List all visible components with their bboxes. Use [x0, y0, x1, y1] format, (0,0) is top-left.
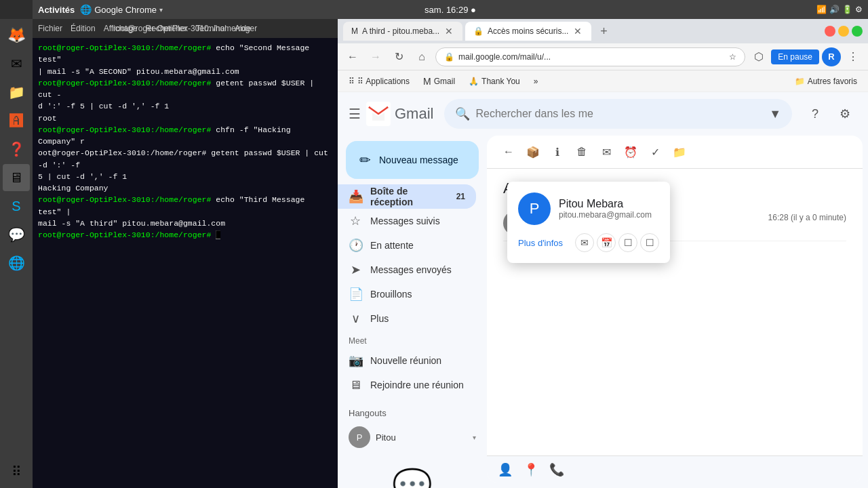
hangouts-title: Hangouts [349, 408, 476, 418]
new-tab-button[interactable]: + [594, 22, 613, 41]
chrome-tab-1[interactable]: M A third - pitou.meba... ✕ [343, 22, 462, 41]
gmail-main-toolbar: ← 📦 ℹ 🗑 ✉ ⏰ ✓ 📁 [487, 136, 863, 169]
contact-popup-avatar: P [518, 192, 551, 225]
gmail-hamburger[interactable]: ☰ [349, 106, 361, 122]
inbox-icon: 📥 [349, 189, 362, 204]
delete-btn[interactable]: 🗑 [571, 141, 593, 163]
report-btn[interactable]: ℹ [547, 141, 568, 163]
gmail-container: ☰ Gmail 🔍 ▼ ? [338, 92, 868, 488]
terminal-title: root@roger-OptiPlex-3010: /home/roger [113, 24, 257, 33]
chrome-tab-2[interactable]: 🔒 Accès moins sécuris... ✕ [465, 22, 591, 41]
taskbar-help[interactable]: ❓ [3, 136, 30, 163]
bookmark-apps[interactable]: ⠿ ⠿ Applications [343, 74, 415, 89]
sidebar-item-drafts[interactable]: 📄 Brouillons [338, 282, 476, 306]
back-button[interactable]: ← [343, 47, 362, 66]
gmail-bookmark-label: Gmail [434, 77, 455, 86]
drafts-icon: 📄 [349, 287, 362, 302]
activities-button[interactable]: Activités [38, 5, 75, 15]
tab1-close[interactable]: ✕ [443, 26, 454, 37]
gmail-logo-text: Gmail [395, 105, 433, 123]
menu-edition[interactable]: Édition [71, 24, 96, 33]
snoozed-label: En attente [370, 240, 465, 251]
terminal-line-6: root@roger-OptiPlex-3010:/home/roger# ch… [38, 124, 332, 148]
new-meeting-item[interactable]: 📷 Nouvelle réunion [338, 348, 476, 373]
address-lock-icon: 🔒 [444, 52, 454, 62]
taskbar-chrome[interactable]: 🌐 [3, 249, 30, 277]
taskbar-email[interactable]: ✉ [3, 50, 30, 77]
contact-more-btn[interactable]: ☐ [640, 233, 659, 252]
topbar-power-icon[interactable]: 🔋 [842, 5, 852, 14]
sidebar-item-inbox[interactable]: 📥 Boîte de réception 21 [338, 184, 476, 209]
settings-button[interactable]: ⚙ [833, 102, 857, 126]
gmail-search-bar[interactable]: 🔍 ▼ [444, 99, 792, 129]
gmail-header: ☰ Gmail 🔍 ▼ ? [338, 92, 868, 136]
tab2-close[interactable]: ✕ [572, 26, 583, 37]
bookmark-thankyou[interactable]: 🙏 Thank You [463, 74, 526, 89]
contact-email-btn[interactable]: ✉ [575, 233, 594, 252]
contact-popup: P Pitou Mebara pitou.mebara@gmail.com Pl… [507, 182, 670, 263]
bookmark-gmail[interactable]: M Gmail [418, 73, 460, 89]
compose-icon: ✏ [359, 152, 371, 168]
mark-done-btn[interactable]: ✓ [644, 141, 666, 163]
terminal-window: Fichier Édition Affichage Rechercher Ter… [33, 19, 338, 488]
contact-popup-actions: Plus d'infos ✉ 📅 ☐ ☐ [518, 233, 659, 252]
footer-person-icon[interactable]: 👤 [498, 462, 513, 477]
move-btn[interactable]: 📁 [669, 141, 690, 163]
join-meeting-item[interactable]: 🖥 Rejoindre une réunion [338, 373, 476, 397]
gmail-header-right: ? ⚙ [803, 102, 857, 126]
search-options-icon[interactable]: ▼ [769, 107, 781, 121]
chrome-menu-button[interactable]: ⋮ [844, 47, 863, 66]
topbar-network-icon[interactable]: 📶 [816, 5, 827, 14]
maximize-window-btn[interactable] [852, 26, 863, 37]
extensions-btn[interactable]: ⬡ [749, 47, 768, 66]
taskbar-skype[interactable]: S [3, 192, 30, 220]
address-star-icon[interactable]: ☆ [729, 52, 736, 62]
help-button[interactable]: ? [803, 102, 827, 126]
taskbar-grid[interactable]: ⠿ [3, 458, 30, 485]
taskbar-ubuntu-software[interactable]: 🅰 [3, 107, 30, 134]
search-input[interactable] [475, 108, 764, 120]
terminal-line-7: oot@roger-OptiPlex-3010:/home/roger# get… [38, 147, 332, 171]
sidebar-item-sent[interactable]: ➤ Messages envoyés [338, 258, 476, 282]
menu-fichier[interactable]: Fichier [38, 24, 62, 33]
taskbar-files[interactable]: 📁 [3, 79, 30, 106]
profile-button[interactable]: R [822, 47, 841, 66]
close-window-btn[interactable] [825, 26, 835, 37]
hangout-user-pitou[interactable]: P Pitou ▾ [349, 424, 476, 451]
hangout-dropdown[interactable]: ▾ [473, 434, 476, 441]
footer-phone-icon[interactable]: 📞 [549, 462, 564, 477]
topbar-settings-icon[interactable]: ⚙ [855, 5, 863, 14]
chat-empty-icon: 💬 [392, 467, 433, 488]
starred-icon: ☆ [349, 214, 362, 228]
hangouts-section: Hangouts P Pitou ▾ [338, 403, 487, 456]
gmail-bookmark-icon: M [423, 76, 431, 87]
chat-section: 💬 Pas de chat récent Démarrer un nouveau… [338, 456, 487, 488]
terminal-body[interactable]: root@roger-OptiPlex-3010:/home/roger# ec… [33, 38, 338, 488]
compose-button[interactable]: ✏ Nouveau message [346, 141, 479, 179]
taskbar-slack[interactable]: 💬 [3, 221, 30, 248]
mark-unread-btn[interactable]: ✉ [595, 141, 617, 163]
forward-button[interactable]: → [366, 47, 385, 66]
bookmark-autres[interactable]: 📁 Autres favoris [789, 74, 863, 89]
home-button[interactable]: ⌂ [412, 47, 431, 66]
taskbar-terminal[interactable]: 🖥 [3, 164, 30, 191]
chrome-menu[interactable]: 🌐 Google Chrome ▾ [80, 4, 163, 15]
terminal-line-5: root [38, 113, 332, 124]
address-bar[interactable]: 🔒 mail.google.com/mail/u/... ☆ [435, 47, 745, 66]
sidebar-item-snoozed[interactable]: 🕐 En attente [338, 233, 476, 258]
snooze-btn[interactable]: ⏰ [620, 141, 642, 163]
contact-calendar-btn[interactable]: 📅 [597, 233, 616, 252]
en-pause-button[interactable]: En pause [771, 49, 819, 64]
taskbar-firefox[interactable]: 🦊 [3, 22, 30, 49]
footer-location-icon[interactable]: 📍 [524, 462, 538, 477]
back-to-inbox-btn[interactable]: ← [498, 141, 519, 163]
minimize-window-btn[interactable] [838, 26, 849, 37]
contact-more-info-link[interactable]: Plus d'infos [518, 238, 563, 248]
topbar-sound-icon[interactable]: 🔊 [829, 5, 840, 14]
reload-button[interactable]: ↻ [389, 47, 408, 66]
bookmarks-more[interactable]: » [528, 74, 544, 89]
sidebar-item-more[interactable]: ∨ Plus [338, 306, 476, 331]
contact-save-btn[interactable]: ☐ [618, 233, 637, 252]
sidebar-item-starred[interactable]: ☆ Messages suivis [338, 209, 476, 233]
archive-btn[interactable]: 📦 [522, 141, 544, 163]
